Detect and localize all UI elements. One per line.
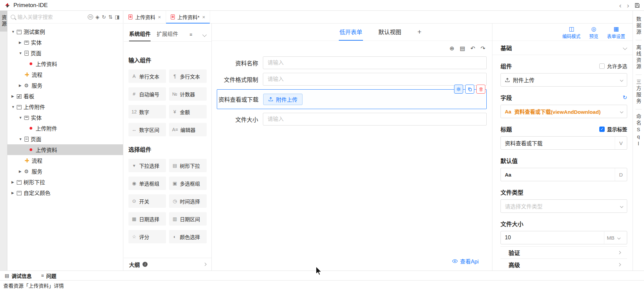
view-tab-low-code-form[interactable]: 低开表单 xyxy=(339,23,363,41)
tab-system-components[interactable]: 系统组件 xyxy=(129,30,151,41)
palette-item-multi-line-text[interactable]: ¶多行文本 xyxy=(169,69,207,83)
refresh-icon[interactable] xyxy=(102,14,106,19)
section-header-validation[interactable]: 验证 xyxy=(500,246,627,258)
dock-tab-data-source[interactable]: 数据源 xyxy=(635,13,642,39)
material-name-input[interactable] xyxy=(268,60,482,66)
doc-tab-upload-material-active[interactable]: 上传资料* xyxy=(166,11,210,23)
component-type-select[interactable]: 附件上传 xyxy=(500,73,627,87)
redo-icon[interactable]: ↷ xyxy=(481,46,485,51)
palette-item-radio-group[interactable]: ◉单选框组 xyxy=(128,177,166,190)
panel-toggle-icon[interactable] xyxy=(115,14,120,19)
chevron-right-icon[interactable] xyxy=(11,191,17,195)
chevron-right-icon[interactable] xyxy=(19,41,24,44)
palette-item-time-picker[interactable]: ◷时间选择 xyxy=(169,194,207,208)
tree-item-upload-material[interactable]: 上传资料 xyxy=(7,58,123,69)
tree-item-service[interactable]: 服务 xyxy=(7,80,123,91)
tree-item-upload-attachment[interactable]: 上传附件 xyxy=(7,101,123,112)
chevron-down-icon[interactable] xyxy=(11,30,17,34)
palette-item-tree-select[interactable]: ▤树形下拉 xyxy=(169,159,207,172)
ai-search-icon[interactable] xyxy=(88,14,93,19)
tree-item-flow[interactable]: 流程 xyxy=(7,155,123,166)
sync-icon[interactable] xyxy=(623,94,627,101)
tree-item-page[interactable]: 页面 xyxy=(7,48,123,58)
undo-icon[interactable]: ↶ xyxy=(471,46,475,51)
add-view-button[interactable]: + xyxy=(417,23,422,41)
palette-item-date-picker[interactable]: ▦日期选择 xyxy=(128,212,166,226)
outline-list-icon[interactable]: ▤ xyxy=(459,46,465,51)
chevron-down-icon[interactable] xyxy=(19,51,24,55)
tree-item-entity[interactable]: 实体 xyxy=(7,112,123,123)
search-input[interactable] xyxy=(17,14,85,20)
default-value-text[interactable]: Aa xyxy=(505,172,612,178)
attachment-upload-button[interactable]: 附件上传 xyxy=(263,94,303,105)
chevron-right-icon[interactable] xyxy=(203,263,207,266)
settings-action-button[interactable] xyxy=(454,85,463,94)
palette-menu-icon[interactable] xyxy=(190,32,192,41)
field-binding-select[interactable]: Aa 资料查看或下载(viewAndDownload) xyxy=(500,105,627,118)
palette-item-rating[interactable]: ☆评分 xyxy=(128,230,166,243)
file-size-canvas-input[interactable] xyxy=(268,116,482,122)
file-size-input[interactable] xyxy=(505,235,601,241)
unit-select[interactable]: MB xyxy=(604,231,627,244)
palette-item-number[interactable]: 12数字 xyxy=(128,105,166,118)
tree-item-entity[interactable]: 实体 xyxy=(7,37,123,48)
palette-item-single-line-text[interactable]: A单行文本 xyxy=(128,69,166,83)
copy-action-button[interactable] xyxy=(465,85,474,94)
close-icon[interactable] xyxy=(158,14,161,19)
sort-icon[interactable] xyxy=(108,14,113,19)
dock-tab-resources[interactable]: 资源 xyxy=(0,11,7,32)
tree-item-upload-material-selected[interactable]: 上传资料 xyxy=(7,144,123,155)
palette-item-amount[interactable]: ¥金额 xyxy=(169,105,207,118)
palette-item-checkbox-group[interactable]: ▣多选框组 xyxy=(169,177,207,190)
view-api-link[interactable]: 查看Api xyxy=(452,257,479,265)
allow-multiple-toggle[interactable]: 允许多选 xyxy=(599,62,627,69)
chevron-right-icon[interactable] xyxy=(19,84,24,87)
tree-item-flow[interactable]: 流程 xyxy=(7,69,123,80)
chevron-right-icon[interactable] xyxy=(11,180,17,184)
preview-button[interactable]: ◎预览 xyxy=(589,26,598,39)
section-header-basic[interactable]: 基础 xyxy=(492,41,633,55)
tab-extension-components[interactable]: 扩展组件 xyxy=(157,30,178,41)
tree-item-service[interactable]: 服务 xyxy=(7,166,123,177)
save-icon[interactable] xyxy=(635,3,640,8)
nav-back-icon[interactable]: ‹ xyxy=(619,2,621,9)
tree-item-upload-attachment-entity[interactable]: 上传附件 xyxy=(7,123,123,134)
palette-item-auto-number[interactable]: #自动编号 xyxy=(128,87,166,101)
tree-item-page[interactable]: 页面 xyxy=(7,134,123,144)
palette-item-dropdown-select[interactable]: ▾下拉选择 xyxy=(128,159,166,172)
doc-tab-upload-material[interactable]: 上传资料 xyxy=(124,11,166,23)
scope-icon[interactable] xyxy=(95,14,99,19)
palette-item-counter[interactable]: №计数器 xyxy=(169,87,207,101)
delete-action-button[interactable] xyxy=(476,85,485,94)
palette-item-number-range[interactable]: ↔数字区间 xyxy=(128,123,166,136)
problems-button[interactable]: ≡问题 xyxy=(41,272,56,279)
tree-item-custom-color[interactable]: 自定义颜色 xyxy=(7,187,123,198)
form-field-upload-selected[interactable]: 资料查看或下载 附件上传 xyxy=(217,89,487,109)
checkbox-icon[interactable] xyxy=(599,63,605,69)
dock-tab-third-party-services[interactable]: 三方服务 xyxy=(635,76,642,108)
form-settings-button[interactable]: ▦表单设置 xyxy=(607,26,625,39)
outline-footer[interactable]: 大纲 xyxy=(124,258,211,271)
file-type-select[interactable]: 请选择文件类型 xyxy=(500,199,627,213)
title-input[interactable] xyxy=(505,140,612,146)
palette-item-editor[interactable]: A≡编辑器 xyxy=(169,123,207,136)
tree-item-board[interactable]: 看板 xyxy=(7,91,123,101)
code-mode-button[interactable]: ◫编码模式 xyxy=(562,26,580,39)
debug-info-button[interactable]: ▤调试信息 xyxy=(5,272,32,279)
chevron-right-icon[interactable] xyxy=(19,170,24,173)
file-format-input[interactable] xyxy=(268,76,482,82)
show-label-toggle[interactable]: 显示标签 xyxy=(599,126,627,133)
close-icon[interactable] xyxy=(202,14,205,19)
chevron-down-icon[interactable] xyxy=(11,105,17,109)
variable-suffix-button[interactable]: V xyxy=(615,137,627,149)
view-tab-default-view[interactable]: 默认视图 xyxy=(378,23,402,41)
chevron-down-icon[interactable] xyxy=(19,116,24,119)
nav-forward-icon[interactable]: › xyxy=(627,2,629,9)
palette-item-switch[interactable]: ⊙开关 xyxy=(128,194,166,208)
chevron-down-icon[interactable] xyxy=(19,137,24,141)
checked-checkbox-icon[interactable] xyxy=(599,127,605,132)
dock-tab-named-sql[interactable]: 命名Sql xyxy=(635,111,642,151)
palette-item-color-picker[interactable]: ◐颜色选择 xyxy=(169,230,207,243)
palette-item-date-range[interactable]: ▥日期区间 xyxy=(169,212,207,226)
tree-item-tree-select[interactable]: 树形下拉 xyxy=(7,177,123,187)
